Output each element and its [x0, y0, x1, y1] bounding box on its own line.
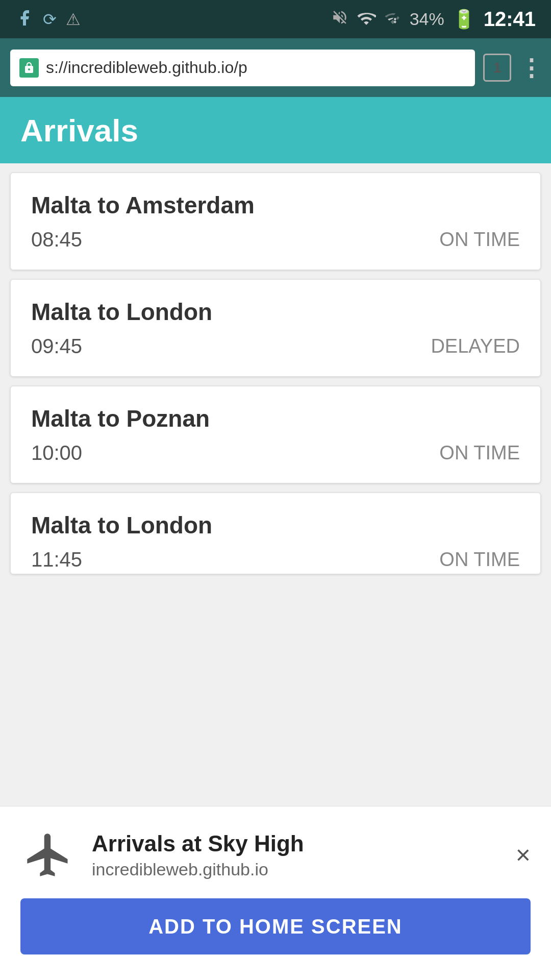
wifi-icon	[357, 9, 376, 30]
status-bar: ⟳ ⚠ 34% 🔋 12:41	[0, 0, 551, 38]
tab-count[interactable]: 1	[483, 54, 511, 82]
flight-status-4: ON TIME	[439, 549, 520, 571]
lock-icon	[19, 58, 39, 78]
add-to-home-panel: Arrivals at Sky High incredibleweb.githu…	[0, 806, 551, 980]
flight-details-3: 10:00 ON TIME	[31, 442, 520, 464]
flight-route-1: Malta to Amsterdam	[31, 191, 520, 219]
flight-card-2[interactable]: Malta to London 09:45 DELAYED	[10, 279, 541, 377]
url-bar[interactable]: s://incredibleweb.github.io/p	[10, 50, 475, 86]
browser-bar: s://incredibleweb.github.io/p 1 ⋮	[0, 38, 551, 97]
flight-card-3[interactable]: Malta to Poznan 10:00 ON TIME	[10, 386, 541, 483]
app-header: Arrivals	[0, 97, 551, 163]
battery-icon: 🔋	[453, 9, 475, 30]
plane-icon	[20, 827, 77, 883]
flight-status-2: DELAYED	[431, 335, 520, 357]
url-text: s://incredibleweb.github.io/p	[46, 58, 466, 77]
flight-status-3: ON TIME	[439, 442, 520, 464]
flight-route-4: Malta to London	[31, 511, 520, 539]
status-time: 12:41	[484, 8, 536, 31]
flight-status-1: ON TIME	[439, 229, 520, 251]
flight-details-2: 09:45 DELAYED	[31, 335, 520, 358]
flight-details-1: 08:45 ON TIME	[31, 228, 520, 251]
add-home-title: Arrivals at Sky High	[92, 831, 500, 856]
status-bar-left: ⟳ ⚠	[15, 9, 81, 30]
menu-dots[interactable]: ⋮	[519, 54, 541, 82]
add-home-info: Arrivals at Sky High incredibleweb.githu…	[92, 831, 500, 879]
add-home-top: Arrivals at Sky High incredibleweb.githu…	[20, 827, 531, 883]
add-home-url: incredibleweb.github.io	[92, 860, 500, 879]
page-title: Arrivals	[20, 112, 138, 149]
facebook-icon	[15, 9, 34, 30]
mute-icon	[331, 9, 348, 30]
flight-time-2: 09:45	[31, 335, 82, 358]
warning-icon: ⚠	[66, 11, 81, 28]
refresh-icon: ⟳	[43, 11, 57, 28]
add-to-home-screen-button[interactable]: ADD TO HOME SCREEN	[20, 898, 531, 954]
flight-details-4: 11:45 ON TIME	[31, 548, 520, 571]
flight-time-4: 11:45	[31, 548, 82, 571]
flights-container: Malta to Amsterdam 08:45 ON TIME Malta t…	[0, 163, 551, 583]
battery-text: 34%	[410, 9, 444, 29]
signal-icon	[384, 10, 402, 29]
flight-time-1: 08:45	[31, 228, 82, 251]
flight-route-3: Malta to Poznan	[31, 405, 520, 432]
flight-route-2: Malta to London	[31, 298, 520, 326]
close-button[interactable]: ×	[516, 840, 531, 870]
status-bar-right: 34% 🔋 12:41	[331, 8, 536, 31]
flight-time-3: 10:00	[31, 442, 82, 464]
flight-card-1[interactable]: Malta to Amsterdam 08:45 ON TIME	[10, 173, 541, 270]
flight-card-4[interactable]: Malta to London 11:45 ON TIME	[10, 493, 541, 574]
